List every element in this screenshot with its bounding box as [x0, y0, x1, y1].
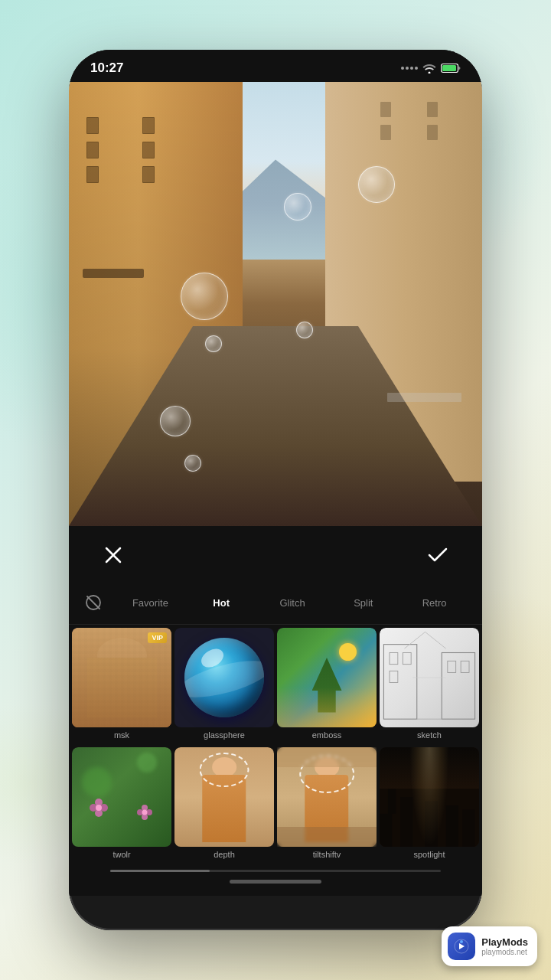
playmods-badge: PlayMods playmods.net	[442, 926, 537, 966]
filter-thumb-spotlight	[380, 747, 479, 847]
bubble-2	[358, 166, 395, 203]
bubble-6	[160, 406, 191, 436]
tab-retro[interactable]: Retro	[399, 593, 470, 613]
svg-point-27	[460, 940, 463, 943]
svg-line-5	[87, 596, 99, 609]
svg-rect-8	[390, 653, 398, 665]
filter-grid: VIP msk glassphere	[69, 625, 482, 867]
status-icons	[401, 63, 461, 74]
playmods-name: PlayMods	[481, 936, 528, 948]
bubble-4	[205, 335, 222, 352]
phone-frame: 10:27	[69, 50, 482, 930]
svg-point-19	[96, 805, 102, 811]
svg-rect-1	[442, 65, 456, 71]
filter-sketch[interactable]: sketch	[380, 628, 479, 744]
filter-label-depth: depth	[214, 847, 235, 864]
playmods-text: PlayMods playmods.net	[481, 936, 528, 956]
street-scene	[69, 82, 482, 526]
filter-label-msk: msk	[114, 727, 129, 744]
filter-glassphere[interactable]: glassphere	[174, 628, 274, 744]
filter-depth[interactable]: depth	[174, 747, 274, 864]
status-bar: 10:27	[69, 50, 482, 82]
svg-rect-7	[442, 653, 474, 720]
svg-rect-6	[383, 645, 416, 720]
filter-thumb-depth	[174, 747, 274, 847]
svg-point-24	[142, 810, 147, 815]
cancel-button[interactable]	[96, 538, 130, 572]
battery-icon	[441, 63, 461, 74]
filter-thumb-glassphere	[174, 628, 274, 727]
filter-label-sketch: sketch	[417, 727, 442, 744]
svg-rect-12	[461, 661, 469, 672]
filter-thumb-twolr	[72, 747, 171, 847]
svg-rect-9	[403, 653, 411, 665]
wifi-icon	[422, 63, 436, 74]
scrollbar-row	[69, 867, 482, 872]
filter-tabs: Favorite Hot Glitch Split Retro	[69, 584, 482, 625]
tab-hot[interactable]: Hot	[186, 593, 257, 613]
bubble-1	[284, 193, 311, 220]
action-bar	[69, 526, 482, 584]
status-time: 10:27	[90, 60, 123, 76]
filter-label-glassphere: glassphere	[204, 727, 245, 744]
home-indicator	[69, 872, 482, 896]
vip-badge: VIP	[148, 632, 167, 643]
bubble-3	[181, 273, 228, 320]
tab-glitch[interactable]: Glitch	[257, 593, 328, 613]
filter-msk[interactable]: VIP msk	[72, 628, 171, 744]
scroll-track	[110, 870, 441, 872]
home-bar	[230, 880, 321, 884]
filter-thumb-msk: VIP	[72, 628, 171, 727]
playmods-url: playmods.net	[481, 948, 528, 956]
signal-icon	[401, 67, 418, 70]
filter-thumb-emboss	[277, 628, 377, 727]
photo-preview	[69, 82, 482, 526]
playmods-icon	[448, 933, 475, 960]
scroll-thumb	[110, 870, 210, 872]
svg-rect-11	[448, 661, 456, 672]
filter-spotlight[interactable]: spotlight	[380, 747, 479, 864]
filter-tiltshiftv[interactable]: tiltshiftv	[277, 747, 377, 864]
no-filter-button[interactable]	[81, 590, 106, 615]
photo-background	[69, 82, 482, 526]
filter-twolr[interactable]: twolr	[72, 747, 171, 864]
filter-label-spotlight: spotlight	[414, 847, 445, 864]
tab-favorite[interactable]: Favorite	[115, 593, 186, 613]
filter-thumb-sketch	[380, 628, 479, 727]
filter-thumb-tiltshiftv	[277, 747, 377, 847]
confirm-button[interactable]	[421, 538, 455, 572]
filter-label-twolr: twolr	[112, 847, 130, 864]
filter-label-tiltshiftv: tiltshiftv	[313, 847, 341, 864]
tab-split[interactable]: Split	[328, 593, 399, 613]
filter-emboss[interactable]: emboss	[277, 628, 377, 744]
filter-label-emboss: emboss	[312, 727, 342, 744]
svg-rect-10	[390, 671, 398, 682]
